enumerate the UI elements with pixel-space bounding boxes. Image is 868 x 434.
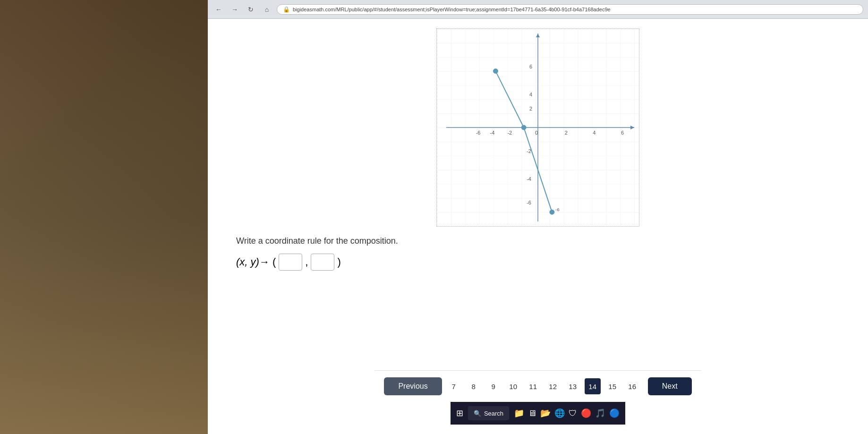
input-x-value[interactable]: [279, 254, 302, 271]
page-16[interactable]: 16: [624, 378, 640, 394]
svg-text:6: 6: [529, 64, 532, 69]
taskbar-chrome-icon[interactable]: 🔴: [581, 408, 591, 418]
forward-button[interactable]: →: [229, 3, 241, 16]
svg-point-23: [550, 210, 554, 214]
search-icon: 🔍: [474, 410, 481, 417]
answer-row: (x, y)→ ( , ): [236, 254, 341, 271]
classroom-background: [0, 0, 208, 434]
taskbar-wifi-icon[interactable]: 🌐: [554, 408, 565, 418]
taskbar-app-icon[interactable]: 🔵: [609, 408, 620, 418]
browser-chrome: ← → ↻ ⌂ 🔒 bigideasmath.com/MRL/public/ap…: [208, 0, 868, 19]
taskbar-right: 📁 🖥 📂 🌐 🛡 🔴 🎵 🔵: [514, 408, 620, 418]
taskbar: ⊞ 🔍 Search 📁 🖥 📂 🌐 🛡 🔴 🎵 🔵: [451, 402, 625, 425]
search-box[interactable]: 🔍 Search: [468, 406, 509, 420]
page-12[interactable]: 12: [545, 378, 561, 394]
svg-text:0: 0: [535, 130, 538, 136]
taskbar-files-icon[interactable]: 📁: [514, 408, 524, 418]
formula-comma: ,: [305, 256, 308, 268]
page-7[interactable]: 7: [446, 378, 462, 394]
page-10[interactable]: 10: [505, 378, 521, 394]
refresh-button[interactable]: ↻: [245, 3, 257, 16]
windows-icon[interactable]: ⊞: [456, 408, 463, 418]
search-label: Search: [484, 410, 503, 417]
svg-point-21: [493, 69, 498, 74]
url-text: bigideasmath.com/MRL/public/app/#/studen…: [293, 7, 611, 12]
svg-text:-6: -6: [527, 200, 531, 205]
address-bar[interactable]: 🔒 bigideasmath.com/MRL/public/app/#/stud…: [277, 4, 863, 15]
page-14[interactable]: 14: [585, 378, 601, 394]
content-area: -6 -4 -2 0 2 4 6 6 4 2 -2 -4 -6: [208, 19, 868, 434]
taskbar-shield-icon[interactable]: 🛡: [569, 408, 577, 418]
page-9[interactable]: 9: [485, 378, 502, 394]
navigation-bar: Previous 7 8 9 10 11 12 13 14 15 16 Next: [374, 370, 701, 402]
page-11[interactable]: 11: [525, 378, 541, 394]
page-13[interactable]: 13: [565, 378, 581, 394]
svg-text:2: 2: [565, 130, 568, 136]
svg-point-22: [521, 125, 526, 130]
svg-text:-6: -6: [555, 207, 560, 212]
svg-text:4: 4: [593, 130, 596, 136]
secure-icon: 🔒: [283, 6, 290, 13]
formula-close: ): [337, 256, 340, 268]
input-y-value[interactable]: [311, 254, 334, 271]
page-15[interactable]: 15: [604, 378, 621, 394]
taskbar-folder-icon[interactable]: 📂: [540, 408, 551, 418]
previous-button[interactable]: Previous: [384, 377, 442, 395]
svg-text:-4: -4: [490, 130, 495, 136]
svg-text:-2: -2: [507, 130, 512, 136]
svg-text:2: 2: [529, 106, 532, 111]
taskbar-display-icon[interactable]: 🖥: [528, 408, 536, 418]
next-button[interactable]: Next: [648, 377, 692, 395]
back-button[interactable]: ←: [213, 3, 225, 16]
formula-prefix-italic: (x, y): [236, 256, 259, 268]
svg-text:-4: -4: [527, 176, 531, 182]
page-8[interactable]: 8: [466, 378, 482, 394]
formula-prefix: (x, y)→ (: [236, 256, 276, 268]
coordinate-graph: -6 -4 -2 0 2 4 6 6 4 2 -2 -4 -6: [437, 29, 639, 226]
taskbar-music-icon[interactable]: 🎵: [595, 408, 605, 418]
svg-text:6: 6: [621, 130, 624, 136]
svg-text:-6: -6: [476, 130, 481, 136]
browser-window: ← → ↻ ⌂ 🔒 bigideasmath.com/MRL/public/ap…: [208, 0, 868, 434]
graph-container: -6 -4 -2 0 2 4 6 6 4 2 -2 -4 -6: [436, 28, 639, 227]
home-button[interactable]: ⌂: [261, 3, 273, 16]
svg-text:4: 4: [529, 92, 532, 97]
question-text: Write a coordinate rule for the composit…: [236, 236, 398, 246]
